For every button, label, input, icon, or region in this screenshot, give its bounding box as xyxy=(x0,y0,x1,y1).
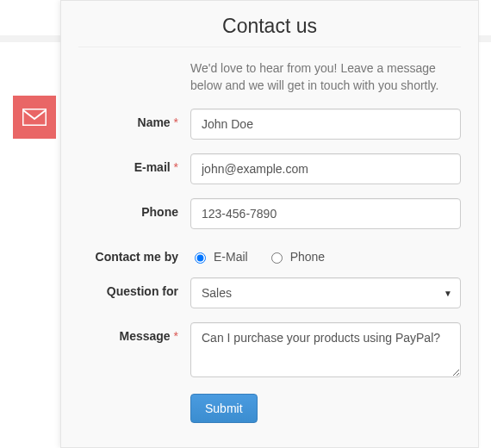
field-row-question-for: Question for Sales ▼ xyxy=(78,277,461,308)
phone-input[interactable] xyxy=(190,198,461,229)
contact-launcher-tab[interactable] xyxy=(13,96,56,139)
field-row-message: Message * xyxy=(78,322,461,380)
required-mark: * xyxy=(174,160,178,174)
field-row-contact-by: Contact me by E-Mail Phone xyxy=(78,243,461,264)
email-label: E-mail * xyxy=(78,153,190,174)
question-for-label: Question for xyxy=(78,277,190,298)
name-input[interactable] xyxy=(190,109,461,140)
contact-by-email-radio[interactable] xyxy=(195,252,206,264)
contact-by-label: Contact me by xyxy=(78,243,190,264)
panel-title: Contact us xyxy=(78,15,461,47)
envelope-icon xyxy=(22,109,47,126)
contact-panel: Contact us We'd love to hear from you! L… xyxy=(60,0,479,448)
question-for-select[interactable]: Sales xyxy=(190,277,461,308)
message-label: Message * xyxy=(78,322,190,343)
submit-button[interactable]: Submit xyxy=(190,394,258,423)
name-label: Name * xyxy=(78,109,190,129)
panel-intro: We'd love to hear from you! Leave a mess… xyxy=(190,59,461,95)
field-row-email: E-mail * xyxy=(78,153,461,184)
message-textarea[interactable] xyxy=(190,322,461,377)
contact-by-phone-option[interactable]: Phone xyxy=(267,250,325,264)
contact-by-phone-radio[interactable] xyxy=(271,252,283,264)
contact-by-radios: E-Mail Phone xyxy=(190,243,461,264)
svg-rect-0 xyxy=(23,109,47,126)
phone-label: Phone xyxy=(78,198,190,219)
email-field[interactable] xyxy=(190,153,461,184)
actions-row: Submit xyxy=(190,394,461,423)
contact-by-email-option[interactable]: E-Mail xyxy=(190,250,248,264)
field-row-phone: Phone xyxy=(78,198,461,229)
required-mark: * xyxy=(174,115,178,129)
field-row-name: Name * xyxy=(78,109,461,140)
required-mark: * xyxy=(174,329,178,343)
